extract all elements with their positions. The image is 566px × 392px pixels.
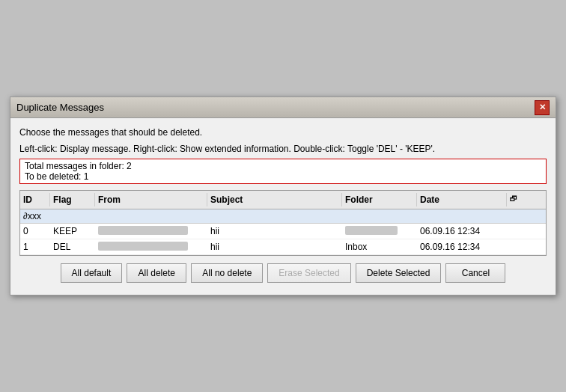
col-flag: Flag (50, 193, 95, 206)
row0-id: 0 (20, 224, 50, 239)
table-row[interactable]: 1 DEL hii Inbox 06.09.16 12:34 (20, 239, 546, 255)
buttons-row: All default All delete All no delete Era… (19, 256, 547, 287)
row1-folder: Inbox (342, 239, 417, 254)
cancel-button[interactable]: Cancel (445, 263, 505, 283)
duplicate-messages-window: Duplicate Messages ✕ Choose the messages… (10, 97, 556, 295)
row0-extra (507, 229, 529, 233)
col-date: Date (417, 193, 507, 206)
row1-date: 06.09.16 12:34 (417, 239, 507, 254)
all-default-button[interactable]: All default (61, 263, 123, 283)
group-row[interactable]: ∂xxx (20, 209, 546, 224)
to-delete: To be deleted: 1 (25, 171, 541, 182)
instruction-line1: Choose the messages that should be delet… (19, 126, 547, 139)
col-id: ID (20, 193, 50, 206)
row0-subject: hii (207, 224, 342, 239)
row0-folder (342, 224, 417, 239)
all-delete-button[interactable]: All delete (127, 263, 186, 283)
group-label: ∂xxx (23, 211, 41, 221)
row1-flag: DEL (50, 239, 95, 254)
row1-subject: hii (207, 239, 342, 254)
delete-selected-button[interactable]: Delete Selected (356, 263, 442, 283)
row0-flag: KEEP (50, 224, 95, 239)
title-bar: Duplicate Messages ✕ (10, 97, 556, 118)
table-body: ∂xxx 0 KEEP hii 06.09.16 12:34 (20, 209, 546, 255)
row1-extra (507, 245, 529, 249)
stats-box: Total messages in folder: 2 To be delete… (19, 159, 547, 184)
row1-id: 1 (20, 239, 50, 254)
window-body: Choose the messages that should be delet… (10, 118, 556, 295)
row1-from (95, 239, 207, 254)
message-table: ID Flag From Subject Folder Date 🗗 ∂xxx … (19, 190, 547, 256)
erase-selected-button[interactable]: Erase Selected (267, 263, 350, 283)
all-no-delete-button[interactable]: All no delete (191, 263, 263, 283)
col-from: From (95, 193, 207, 206)
row0-date: 06.09.16 12:34 (417, 224, 507, 239)
col-icon: 🗗 (507, 193, 529, 206)
row0-from (95, 224, 207, 239)
table-header: ID Flag From Subject Folder Date 🗗 (20, 191, 546, 209)
window-title: Duplicate Messages (16, 102, 104, 113)
instruction-line2: Left-click: Display message. Right-click… (19, 142, 547, 156)
table-row[interactable]: 0 KEEP hii 06.09.16 12:34 (20, 224, 546, 239)
close-button[interactable]: ✕ (535, 100, 550, 115)
col-subject: Subject (207, 193, 342, 206)
col-folder: Folder (342, 193, 417, 206)
total-messages: Total messages in folder: 2 (25, 161, 541, 171)
